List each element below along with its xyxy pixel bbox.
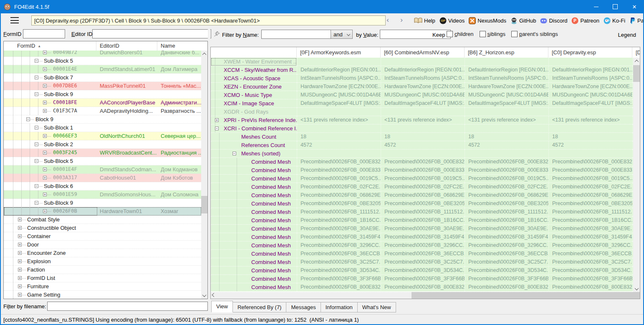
grid-row-label[interactable]: Combined Mesh — [211, 258, 297, 267]
grid-cell-value[interactable] — [297, 150, 381, 158]
grid-cell-value[interactable]: DefaultImageSpaceF4LUT [IMGS:... — [465, 99, 548, 108]
grid-cell-value[interactable] — [465, 108, 548, 116]
back-button[interactable]: ‹ — [383, 15, 393, 25]
grid-row-label[interactable]: Combined Mesh — [211, 200, 297, 208]
grid-cell-value[interactable]: Precombined\00026F0B_800E832... — [297, 283, 381, 292]
grid-cell-value[interactable]: Precombined\00026F0B_3F3F66B... — [548, 275, 632, 283]
filename-filter-input[interactable] — [47, 302, 208, 311]
toolbar-link-discord[interactable]: Discord — [540, 17, 567, 24]
grid-cell-value[interactable] — [548, 58, 632, 66]
grid-cell-value[interactable]: Precombined\00026F0B_31459F4... — [381, 233, 465, 241]
maximize-button[interactable] — [606, 0, 625, 13]
expand-icon[interactable]: + — [18, 243, 22, 246]
grid-row-label[interactable]: XCAS - Acoustic Space — [211, 74, 297, 83]
scroll-up-button[interactable] — [201, 51, 207, 57]
grid-cell-value[interactable]: Precombined\00026F0B_000E832... — [548, 158, 632, 166]
grid-cell-value[interactable]: Precombined\00026F0B_3D534C... — [548, 267, 632, 275]
pin-icon[interactable] — [214, 31, 220, 38]
grid-cell-value[interactable] — [297, 124, 381, 133]
grid-cell-value[interactable]: Precombined\00026F0B_1B16CC... — [465, 216, 548, 225]
grid-row[interactable]: Combined MeshPrecombined\00026F0B_36ECCB… — [211, 250, 640, 258]
scroll-thumb[interactable] — [412, 292, 640, 299]
expand-icon[interactable]: + — [18, 259, 22, 263]
column-header-formid[interactable]: FormID▲ — [4, 41, 96, 51]
grid-row[interactable]: XGDR - God Rays — [211, 108, 640, 116]
collapse-icon[interactable]: − — [35, 59, 38, 63]
grid-row-label[interactable]: Combined Mesh — [211, 216, 297, 225]
tree-row-branch[interactable]: −Sub-Block 5 — [4, 57, 201, 65]
grid-cell-value[interactable]: Precombined\00026F0B_3296CC... — [297, 241, 381, 250]
grid-cell-value[interactable]: Precombined\00026F0B_000E833... — [548, 166, 632, 175]
grid-row[interactable]: XCIM - Image SpaceDefaultImageSpaceF4LUT… — [211, 99, 640, 108]
grid-cell-value[interactable]: DefaultInteriorRegion [REGN:001... — [548, 66, 632, 74]
grid-row-label[interactable]: Combined Mesh — [211, 250, 297, 258]
grid-cell-value[interactable]: Precombined\00026F0B_000E832... — [297, 158, 381, 166]
grid-cell-value[interactable]: Precombined\00026F0B_3F3F66B... — [465, 275, 548, 283]
tab-what-s-new[interactable]: What's New — [358, 302, 396, 312]
grid-cell-value[interactable]: Precombined\00026F0B_1111512... — [297, 208, 381, 216]
grid-cell-value[interactable] — [297, 108, 381, 116]
grid-cell-value[interactable]: DefaultImageSpaceF4LUT [IMGS:... — [548, 99, 632, 108]
tree-row-branch[interactable]: −Sub-Block 1 — [4, 124, 201, 132]
grid-cell-value[interactable]: Precombined\00026F0B_0BE3205... — [297, 200, 381, 208]
checkbox-icon[interactable] — [447, 31, 453, 37]
grid-row[interactable]: XEZN - Encounter ZoneHardwareTownZone [E… — [211, 83, 640, 91]
expand-icon[interactable]: + — [43, 168, 47, 171]
grid-cell-value[interactable]: DefaultInteriorRegion [REGN:001... — [297, 66, 381, 74]
grid-row[interactable]: Combined MeshPrecombined\00026F0B_3C25C7… — [211, 258, 640, 267]
grid-row-label[interactable]: Combined Mesh — [211, 267, 297, 275]
grid-cell-value[interactable]: MUSDungeonC [MUSC:001D4A6E] — [297, 91, 381, 99]
grid-cell-value[interactable] — [297, 58, 381, 66]
grid-cell-value[interactable]: Precombined\00026F0B_000E833... — [297, 166, 381, 175]
tree-row-branch[interactable]: −Block 9 — [4, 115, 201, 124]
scroll-up-button[interactable] — [633, 58, 640, 64]
grid-cell-value[interactable]: Precombined\00026F0B_31459F4... — [465, 233, 548, 241]
tree-row-category[interactable]: +Game Setting — [4, 291, 201, 299]
grid-header-plugin[interactable]: [B6] Z_Horizon.esp — [465, 47, 548, 58]
grid-cell-value[interactable]: Precombined\00026F0B_0019C5... — [465, 175, 548, 183]
toolbar-link-help[interactable]: Help — [414, 18, 435, 24]
collapse-icon[interactable]: − — [35, 76, 38, 79]
grid-cell-value[interactable] — [548, 124, 632, 133]
expand-icon[interactable]: + — [18, 234, 22, 238]
grid-row[interactable]: XCAS - Acoustic SpaceIntSteamTunnelsRoom… — [211, 74, 640, 83]
grid-cell-value[interactable]: 18 — [297, 133, 381, 141]
expand-icon[interactable]: + — [18, 284, 22, 288]
grid-cell-value[interactable]: Precombined\00026F0B_3D534C... — [297, 267, 381, 275]
grid-cell-value[interactable] — [381, 124, 465, 133]
grid-row-label[interactable]: Combined Mesh — [211, 183, 297, 191]
grid-cell-value[interactable]: 4572 — [465, 141, 548, 150]
toolbar-link-paypal[interactable]: PayPal — [629, 17, 644, 24]
grid-cell-value[interactable]: Precombined\00026F0B_0019C5... — [548, 175, 632, 183]
grid-cell-value[interactable]: Precombined\00026F0B_02FC2E... — [381, 183, 465, 191]
expand-icon[interactable]: + — [43, 84, 47, 88]
grid-header-plugin[interactable]: [60] CombinedArmsNV.esp — [381, 47, 465, 58]
toolbar-link-ko-fi[interactable]: Ko-Fi — [604, 17, 625, 24]
grid-cell-value[interactable]: MUSDungeonC [MUSC:001D4A6E] — [465, 91, 548, 99]
grid-cell-value[interactable] — [465, 58, 548, 66]
tree-row-record[interactable]: +00026F0BHardwareTown01Хозмаг — [4, 207, 201, 216]
grid-cell-value[interactable]: MUSDungeonC [MUSC:001D4A6E] — [548, 91, 632, 99]
grid-cell-value[interactable] — [548, 150, 632, 158]
tree-row-category[interactable]: +Encounter Zone — [4, 249, 201, 257]
grid-cell-value[interactable]: Precombined\00026F0B_000E833... — [381, 166, 465, 175]
grid-row[interactable]: Combined MeshPrecombined\00026F0B_111151… — [211, 208, 640, 216]
grid-cell-value[interactable]: 4572 — [297, 141, 381, 150]
grid-cell-value[interactable]: Precombined\00026F0B_36ECCB... — [465, 250, 548, 258]
grid-cell-value[interactable]: Precombined\00026F0B_31459F4... — [297, 233, 381, 241]
grid-cell-value[interactable]: 18 — [381, 133, 465, 141]
grid-row[interactable]: Combined MeshPrecombined\00026F0B_3F3F66… — [211, 275, 640, 283]
collapse-icon[interactable]: − — [35, 184, 38, 188]
close-button[interactable]: ✕ — [625, 0, 644, 13]
grid-cell-value[interactable]: Precombined\00026F0B_800E832... — [465, 283, 548, 292]
grid-cell-value[interactable]: Precombined\00026F0B_068629E... — [548, 191, 632, 200]
scroll-left-button[interactable] — [211, 292, 217, 299]
grid-cell-value[interactable]: Precombined\00026F0B_36ECCB... — [548, 250, 632, 258]
grid-cell-value[interactable]: <131 previs reference index> — [548, 116, 632, 124]
tree-row-category[interactable]: +Furniture — [4, 282, 201, 291]
grid-cell-value[interactable]: <131 previs reference index> — [297, 116, 381, 124]
grid-row[interactable]: Combined MeshPrecombined\00026F0B_000E83… — [211, 166, 640, 175]
grid-cell-value[interactable]: Precombined\00026F0B_3C25C7... — [381, 258, 465, 267]
expand-icon[interactable]: + — [43, 109, 47, 113]
filter-by-name-input[interactable] — [261, 30, 331, 39]
